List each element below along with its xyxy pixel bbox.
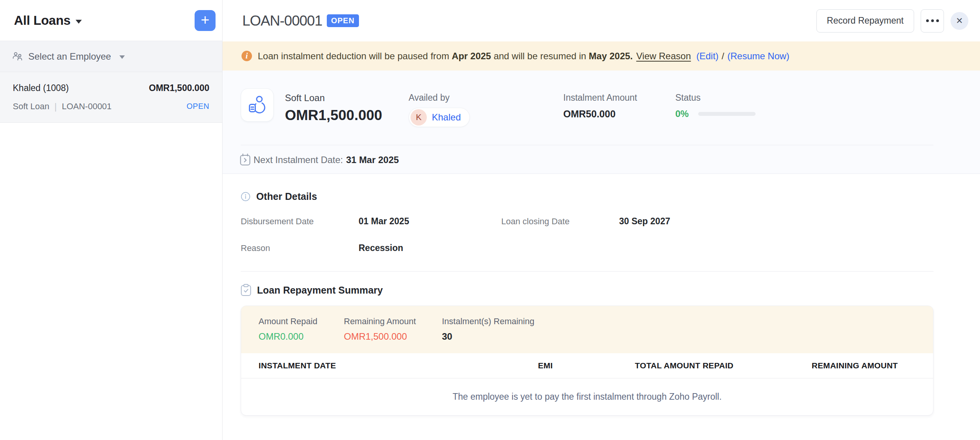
divider	[241, 271, 933, 272]
employee-name-link: Khaled	[432, 112, 461, 123]
employee-filter-label: Select an Employee	[28, 51, 111, 62]
field-label: Loan closing Date	[501, 217, 619, 227]
field-value: 01 Mar 2025	[359, 216, 501, 227]
detail-content: Other Details Disbursement Date 01 Mar 2…	[223, 191, 980, 416]
availed-by: Availed by K Khaled	[409, 93, 470, 127]
field-label: Disbursement Date	[241, 217, 359, 227]
instalment-amount: Instalment Amount OMR50.000	[563, 93, 637, 120]
amount-repaid-value: OMR0.000	[259, 331, 344, 342]
field-value: 30 Sep 2027	[619, 216, 933, 227]
loan-list-item[interactable]: Khaled (1008) OMR1,500.000 Soft Loan | L…	[0, 72, 222, 123]
loan-item-status: OPEN	[186, 102, 209, 111]
page-title: LOAN-00001	[242, 13, 322, 29]
clipboard-check-icon	[241, 284, 251, 296]
loan-detail-page: All Loans + Select an Employee Khaled (1…	[0, 0, 980, 440]
repayment-summary-card: Amount Repaid OMR0.000 Remaining Amount …	[241, 306, 933, 416]
loan-detail-main: LOAN-00001 OPEN Record Repayment ✕ i Loa…	[223, 0, 980, 440]
loan-item-employee: Khaled (1008)	[13, 83, 69, 93]
resume-now-link[interactable]: (Resume Now)	[727, 51, 789, 61]
more-options-button[interactable]	[921, 9, 944, 33]
loan-item-amount: OMR1,500.000	[149, 83, 209, 93]
divider: |	[54, 101, 57, 112]
other-details-heading: Other Details	[241, 191, 933, 202]
loan-type: Soft Loan	[285, 93, 382, 103]
loans-filter-dropdown[interactable]: All Loans	[14, 13, 82, 28]
edit-link[interactable]: (Edit)	[696, 51, 718, 61]
info-circle-icon	[241, 192, 250, 201]
chevron-down-icon	[119, 55, 125, 59]
banner-text: Loan instalment deduction will be paused…	[258, 51, 789, 62]
pause-warning-banner: i Loan instalment deduction will be paus…	[223, 41, 980, 70]
dots-icon	[926, 19, 929, 22]
repayment-summary-heading: Loan Repayment Summary	[241, 284, 933, 296]
status-badge: OPEN	[327, 14, 359, 27]
loans-sidebar: All Loans + Select an Employee Khaled (1…	[0, 0, 223, 440]
add-loan-button[interactable]: +	[195, 10, 216, 31]
employee-filter-dropdown[interactable]: Select an Employee	[0, 41, 222, 72]
chevron-down-icon	[76, 20, 82, 24]
next-instalment: Next Instalment Date: 31 Mar 2025	[240, 153, 399, 166]
people-icon	[12, 52, 23, 61]
loan-type-amount: Soft Loan OMR1,500.000	[285, 93, 382, 124]
repayment-table-header: INSTALMENT DATE EMI TOTAL AMOUNT REPAID …	[241, 353, 933, 378]
other-details-grid: Disbursement Date 01 Mar 2025 Loan closi…	[241, 216, 933, 253]
loan-money-bag-icon	[248, 95, 266, 115]
repayment-summary-totals: Amount Repaid OMR0.000 Remaining Amount …	[241, 306, 933, 353]
column-header: INSTALMENT DATE	[259, 361, 437, 370]
status: Status 0%	[675, 93, 756, 119]
loan-summary-section: Soft Loan OMR1,500.000 Availed by K Khal…	[223, 70, 980, 174]
sidebar-header: All Loans +	[0, 0, 222, 41]
detail-header: LOAN-00001 OPEN Record Repayment ✕	[223, 0, 980, 41]
column-header: REMAINING AMOUNT	[733, 361, 898, 370]
record-repayment-button[interactable]: Record Repayment	[816, 9, 914, 33]
field-label: Reason	[241, 243, 359, 253]
progress-percent: 0%	[675, 108, 689, 119]
repayment-table-empty-row: The employee is yet to pay the first ins…	[241, 378, 933, 415]
header-actions: Record Repayment ✕	[816, 0, 968, 41]
view-reason-link[interactable]: View Reason	[636, 51, 691, 61]
divider	[241, 145, 933, 145]
employee-chip[interactable]: K Khaled	[409, 108, 470, 127]
sidebar-title: All Loans	[14, 13, 71, 28]
remaining-amount-value: OMR1,500.000	[344, 331, 442, 342]
loan-type-icon-box	[241, 88, 274, 122]
info-icon: i	[242, 51, 252, 61]
field-value: Recession	[359, 243, 501, 253]
column-header: EMI	[437, 361, 553, 370]
loan-item-type: Soft Loan | LOAN-00001	[13, 101, 112, 112]
progress-bar	[698, 112, 756, 116]
avatar: K	[411, 109, 427, 125]
column-header: TOTAL AMOUNT REPAID	[553, 361, 733, 370]
loan-amount: OMR1,500.000	[285, 107, 382, 124]
instalments-remaining-value: 30	[442, 331, 534, 342]
close-button[interactable]: ✕	[951, 12, 968, 30]
calendar-next-icon	[240, 153, 250, 166]
